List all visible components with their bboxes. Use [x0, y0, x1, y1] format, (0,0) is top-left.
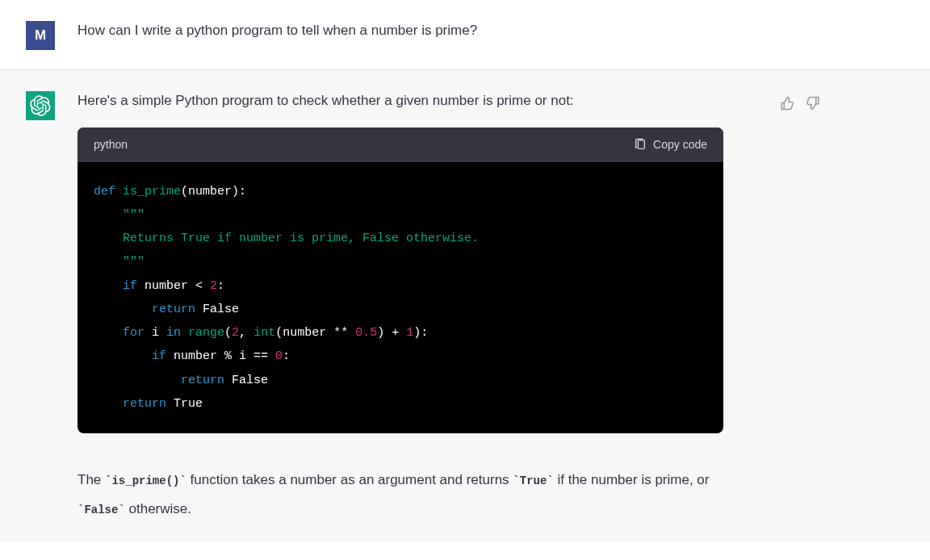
code-token: (number): — [181, 185, 246, 199]
code-token: int — [253, 326, 275, 340]
user-message-content: How can I write a python program to tell… — [78, 19, 739, 50]
code-token: ( — [224, 326, 232, 340]
code-token: if — [152, 349, 166, 363]
code-token: False — [224, 374, 268, 387]
openai-logo-icon — [30, 95, 51, 116]
thumbs-down-icon — [806, 96, 820, 111]
explanation-text: otherwise. — [125, 501, 191, 516]
assistant-avatar-col — [0, 90, 55, 523]
code-language-label: python — [94, 136, 128, 153]
code-token: , — [239, 326, 253, 340]
svg-rect-0 — [638, 140, 644, 149]
assistant-intro-text: Here's a simple Python program to check … — [78, 90, 723, 111]
code-token: True — [166, 397, 203, 411]
code-token: : — [217, 279, 224, 293]
code-token: 1 — [406, 326, 413, 340]
code-token: return — [123, 397, 166, 411]
code-token: return — [181, 374, 224, 387]
code-token: def — [94, 185, 115, 199]
user-actions — [762, 19, 859, 50]
code-token: range — [181, 326, 224, 340]
thumbs-down-button[interactable] — [804, 94, 822, 112]
user-message-row: M How can I write a python program to te… — [0, 0, 930, 69]
code-token: 2 — [232, 326, 239, 340]
inline-code: `True` — [513, 474, 553, 487]
explanation-paragraph: The `is_prime()` function takes a number… — [78, 466, 723, 523]
code-token: False — [195, 303, 239, 316]
user-avatar-col: M — [0, 19, 55, 50]
user-avatar-letter: M — [35, 27, 46, 44]
explanation-text: function takes a number as an argument a… — [186, 472, 513, 487]
code-token: ) + — [377, 326, 406, 340]
user-message-text: How can I write a python program to tell… — [78, 23, 477, 38]
code-token: in — [166, 326, 181, 340]
thumbs-up-button[interactable] — [778, 94, 796, 112]
explanation-text: The — [78, 472, 105, 487]
copy-code-button[interactable]: Copy code — [634, 136, 707, 153]
code-token: """ — [94, 255, 145, 269]
assistant-message-content: Here's a simple Python program to check … — [78, 90, 739, 523]
assistant-avatar — [26, 91, 55, 120]
clipboard-icon — [634, 138, 647, 151]
code-token: : — [283, 349, 290, 363]
code-block: python Copy code def is_prime(number): "… — [78, 127, 723, 433]
code-token: return — [152, 303, 195, 316]
code-token: (number ** — [275, 326, 355, 340]
copy-code-label: Copy code — [653, 136, 707, 153]
explanation-text: if the number is prime, or — [554, 472, 710, 487]
code-token: 0 — [275, 349, 283, 363]
code-token: ): — [413, 326, 428, 340]
code-token: 2 — [210, 279, 217, 293]
assistant-message-row: Here's a simple Python program to check … — [0, 69, 930, 542]
assistant-actions — [762, 90, 859, 523]
user-avatar: M — [26, 21, 55, 50]
code-header: python Copy code — [78, 127, 723, 161]
inline-code: `is_prime()` — [105, 474, 186, 487]
code-token: 0.5 — [355, 326, 377, 340]
code-token: number < — [137, 279, 210, 293]
code-token: for — [123, 326, 145, 340]
code-token: """ — [94, 208, 145, 222]
code-token: if — [123, 279, 137, 293]
code-token: number % i == — [166, 349, 275, 363]
code-token: Returns True if number is prime, False o… — [94, 232, 479, 245]
code-token: i — [145, 326, 166, 340]
thumbs-up-icon — [780, 96, 794, 111]
inline-code: `False` — [78, 504, 125, 516]
code-token: is_prime — [123, 185, 181, 199]
code-body[interactable]: def is_prime(number): """ Returns True i… — [78, 162, 723, 434]
